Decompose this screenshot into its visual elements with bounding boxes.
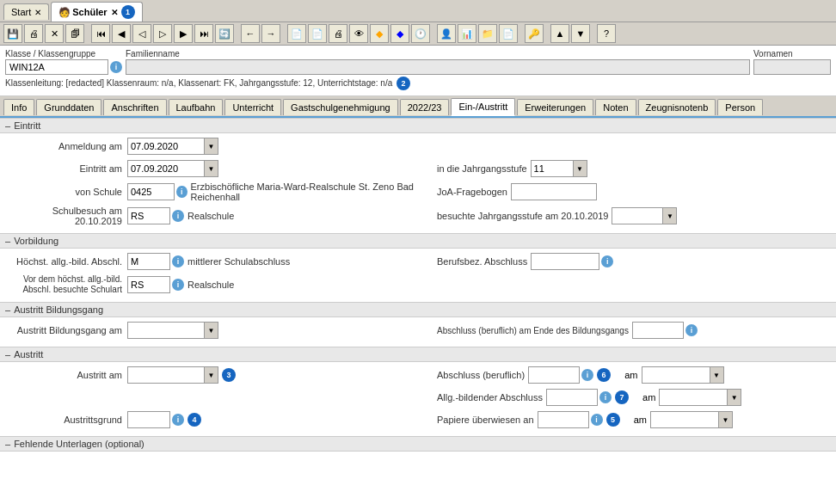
familienname-input[interactable] <box>126 59 750 75</box>
toolbar-up[interactable]: ▲ <box>550 24 569 43</box>
page-tab-person[interactable]: Person <box>717 99 763 115</box>
toolbar-key[interactable]: 🔑 <box>525 24 544 43</box>
toolbar-next[interactable]: ▷ <box>153 24 172 43</box>
berufsbez-input[interactable] <box>531 253 599 270</box>
besuchte-input[interactable] <box>612 207 663 224</box>
toolbar-save[interactable]: 💾 <box>3 24 22 43</box>
klasse-info-icon[interactable]: i <box>110 61 122 73</box>
vor-input[interactable] <box>127 276 170 293</box>
page-tab-gastschule[interactable]: Gastschulgenehmigung <box>283 99 398 115</box>
toolbar-eye[interactable]: 👁 <box>349 24 368 43</box>
allgbildend-info-icon[interactable]: i <box>599 391 612 403</box>
toolbar-down[interactable]: ▼ <box>571 24 590 43</box>
toolbar-prev[interactable]: ◁ <box>132 24 151 43</box>
toolbar-chart[interactable]: 📊 <box>458 24 476 43</box>
familienname-field-group: Familienname <box>126 49 750 75</box>
abschluss-beruflich-info-icon[interactable]: i <box>581 369 593 381</box>
toolbar-prev-prev[interactable]: ◀ <box>112 24 131 43</box>
toolbar-next-next[interactable]: ▶ <box>174 24 193 43</box>
jahrgangsstufe-dropdown[interactable]: ▼ <box>574 160 587 177</box>
austritt-am-input[interactable] <box>127 366 205 384</box>
jahrgangsstufe-label: in die Jahrgangsstufe <box>437 163 527 174</box>
berufsbez-info-icon[interactable]: i <box>601 255 613 267</box>
toolbar-doc2[interactable]: 📄 <box>308 24 327 43</box>
vorname-input[interactable] <box>753 59 831 75</box>
toolbar-folder[interactable]: 📁 <box>478 24 497 43</box>
tab-start[interactable]: Start ✕ <box>3 3 49 20</box>
besuchte-dropdown[interactable]: ▼ <box>663 207 677 224</box>
allgbildend-am-input[interactable] <box>659 389 728 406</box>
allgbildend-row: Allg.-bildender Abschluss i 7 am ▼ <box>7 388 829 407</box>
austritt-bg-dropdown[interactable]: ▼ <box>205 322 218 339</box>
schulbesuch-info-icon[interactable]: i <box>172 210 184 222</box>
vonschule-info-icon[interactable]: i <box>176 186 187 198</box>
toolbar-back[interactable]: ← <box>241 24 260 43</box>
toolbar-last[interactable]: ⏭ <box>194 24 213 43</box>
page-tab-zeugnisnotenb[interactable]: Zeugnisnotenb <box>638 99 716 115</box>
page-tab-anschriften[interactable]: Anschriften <box>103 99 166 115</box>
page-tab-noten[interactable]: Noten <box>595 99 636 115</box>
section-austritt-bildungsgang: Austritt Bildungsgang <box>0 302 836 317</box>
vor-info-icon[interactable]: i <box>172 279 184 291</box>
hoechst-input[interactable] <box>127 253 170 270</box>
austritt-bg-input-group: ▼ <box>127 322 218 339</box>
jahrgangsstufe-input[interactable] <box>531 160 574 177</box>
toolbar-print2[interactable]: 🖨 <box>329 24 347 43</box>
tab-schueler[interactable]: 🧑 Schüler ✕ 1 <box>51 2 142 22</box>
toolbar-doc3[interactable]: 📄 <box>499 24 518 43</box>
tab-start-close[interactable]: ✕ <box>34 8 41 17</box>
vonschule-code-input[interactable] <box>127 183 175 200</box>
page-tab-info[interactable]: Info <box>3 99 34 115</box>
toolbar-copy[interactable]: 🗐 <box>65 24 84 43</box>
allgbildend-input[interactable] <box>546 389 598 406</box>
toolbar-doc1[interactable]: 📄 <box>287 24 306 43</box>
toolbar-clock[interactable]: 🕐 <box>411 24 430 43</box>
papiere-input[interactable] <box>538 411 589 428</box>
page-tab-unterricht[interactable]: Unterricht <box>224 99 281 115</box>
page-tab-grunddaten[interactable]: Grunddaten <box>36 99 101 115</box>
abschluss-beruflich-input[interactable] <box>528 366 580 384</box>
besuchte-label: besuchte Jahrgangsstufe am 20.10.2019 <box>437 211 608 221</box>
schulbesuch-input[interactable] <box>127 207 170 224</box>
toolbar-blue[interactable]: ◆ <box>390 24 409 43</box>
joa-group: JoA-Fragebogen <box>437 183 829 200</box>
joa-input[interactable] <box>511 183 597 200</box>
page-tab-erweiterungen[interactable]: Erweiterungen <box>517 99 593 115</box>
eintritt-input[interactable] <box>127 160 205 177</box>
klasse-input[interactable] <box>5 59 108 75</box>
austrittsgrund-info-icon[interactable]: i <box>172 414 184 426</box>
austrittsgrund-input[interactable] <box>127 411 170 428</box>
eintritt-dropdown[interactable]: ▼ <box>205 160 218 177</box>
austrittsgrund-label: Austrittsgrund <box>7 415 127 425</box>
anmeldung-dropdown[interactable]: ▼ <box>205 138 218 155</box>
tab-schueler-badge: 1 <box>121 5 135 19</box>
hoechst-info-icon[interactable]: i <box>172 255 184 267</box>
papiere-am-input[interactable] <box>650 411 719 428</box>
toolbar-forward[interactable]: → <box>261 24 280 43</box>
page-tab-laufbahn[interactable]: Laufbahn <box>169 99 224 115</box>
tab-schueler-close[interactable]: ✕ <box>111 8 118 17</box>
page-tab-2022[interactable]: 2022/23 <box>400 99 450 115</box>
page-tab-einaustritt[interactable]: Ein-/Austritt <box>451 98 515 116</box>
toolbar-refresh[interactable]: 🔄 <box>215 24 234 43</box>
toolbar-print[interactable]: 🖨 <box>24 24 43 43</box>
abschluss-beruflich-am-input[interactable] <box>642 366 710 384</box>
schulbesuch-label: Schulbesuch am 20.10.2019 <box>7 206 127 226</box>
toolbar-first[interactable]: ⏮ <box>91 24 110 43</box>
toolbar-help[interactable]: ? <box>597 24 616 43</box>
anmeldung-row: Anmeldung am ▼ <box>7 137 829 156</box>
toolbar-orange[interactable]: ◆ <box>370 24 389 43</box>
austritt-am-dropdown[interactable]: ▼ <box>205 366 218 384</box>
austritt-bg-input[interactable] <box>127 322 205 339</box>
vonschule-label: von Schule <box>7 187 127 197</box>
toolbar-user[interactable]: 👤 <box>437 24 456 43</box>
jahrgangsstufe-input-group: ▼ <box>531 160 587 177</box>
toolbar-delete[interactable]: ✕ <box>45 24 64 43</box>
papiere-am-dropdown[interactable]: ▼ <box>719 411 733 428</box>
abschluss-bg-info-icon[interactable]: i <box>685 324 698 336</box>
allgbildend-am-dropdown[interactable]: ▼ <box>728 389 741 406</box>
anmeldung-input[interactable] <box>127 138 205 155</box>
abschluss-beruflich-am-dropdown[interactable]: ▼ <box>710 366 724 384</box>
papiere-info-icon[interactable]: i <box>591 414 603 426</box>
abschluss-bg-input[interactable] <box>632 322 684 339</box>
